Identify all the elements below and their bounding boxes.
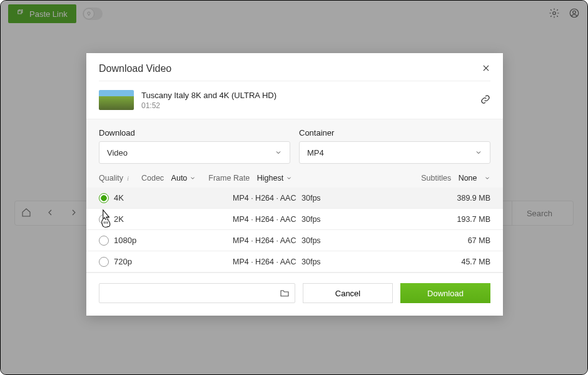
- radio-icon: [99, 193, 109, 203]
- chevron-down-icon: [275, 149, 282, 156]
- container-value: MP4: [307, 148, 324, 158]
- quality-column-label: Quality i: [99, 174, 129, 182]
- chevron-down-icon: [475, 149, 482, 156]
- container-select[interactable]: MP4: [299, 141, 490, 164]
- download-video-modal: Download Video Tuscany Italy 8K and 4K (…: [86, 53, 503, 316]
- radio-icon: [99, 257, 109, 267]
- quality-option[interactable]: 720p MP4 · H264 · AAC 30fps 45.7 MB: [86, 251, 503, 272]
- download-type-select[interactable]: Video: [99, 141, 290, 164]
- format-label: MP4 · H264 · AAC: [233, 194, 302, 202]
- cancel-button[interactable]: Cancel: [303, 283, 393, 303]
- size-label: 45.7 MB: [461, 258, 490, 266]
- download-label: Download: [427, 289, 464, 298]
- size-label: 389.9 MB: [457, 194, 490, 202]
- quality-label: 4K: [114, 193, 233, 202]
- close-button[interactable]: [482, 64, 490, 74]
- radio-icon: [99, 236, 109, 246]
- format-label: MP4 · H264 · AAC: [233, 236, 302, 245]
- framerate-select[interactable]: Frame Rate Highest: [208, 174, 292, 182]
- folder-icon: [280, 288, 290, 298]
- container-label: Container: [299, 128, 490, 138]
- quality-option[interactable]: 4K MP4 · H264 · AAC 30fps 389.9 MB: [86, 188, 503, 208]
- download-type-label: Download: [99, 128, 290, 138]
- quality-label: 2K: [114, 214, 233, 224]
- modal-title: Download Video: [99, 63, 171, 74]
- close-icon: [482, 64, 490, 72]
- cancel-label: Cancel: [335, 289, 360, 298]
- size-label: 193.7 MB: [457, 215, 490, 224]
- radio-icon: [99, 214, 109, 224]
- fps-label: 30fps: [302, 236, 377, 245]
- chevron-down-icon: [484, 175, 490, 181]
- download-button[interactable]: Download: [400, 283, 490, 303]
- fps-label: 30fps: [302, 258, 377, 266]
- quality-list: 4K MP4 · H264 · AAC 30fps 389.9 MB 2K MP…: [86, 188, 503, 272]
- quality-option[interactable]: 2K MP4 · H264 · AAC 30fps 193.7 MB: [86, 209, 503, 229]
- info-icon: i: [127, 174, 129, 182]
- video-duration: 01:52: [141, 101, 276, 110]
- format-label: MP4 · H264 · AAC: [233, 258, 302, 266]
- quality-option[interactable]: 1080p MP4 · H264 · AAC 30fps 67 MB: [86, 230, 503, 251]
- video-title: Tuscany Italy 8K and 4K (ULTRA HD): [141, 91, 276, 100]
- app-window: Paste Link Search: [0, 0, 588, 375]
- quality-label: 1080p: [114, 236, 233, 245]
- copy-link-button[interactable]: [480, 94, 490, 106]
- fps-label: 30fps: [302, 194, 377, 202]
- codec-select[interactable]: Codec Auto: [141, 174, 196, 182]
- subtitles-select[interactable]: Subtitles None: [421, 174, 490, 182]
- format-label: MP4 · H264 · AAC: [233, 215, 302, 224]
- download-type-value: Video: [107, 148, 128, 158]
- quality-label: 720p: [114, 257, 233, 266]
- video-thumbnail: [99, 90, 134, 110]
- chevron-down-icon: [190, 175, 196, 181]
- save-path-input[interactable]: [99, 283, 295, 303]
- fps-label: 30fps: [302, 215, 377, 224]
- chevron-down-icon: [286, 175, 292, 181]
- size-label: 67 MB: [468, 236, 490, 245]
- link-icon: [480, 94, 490, 104]
